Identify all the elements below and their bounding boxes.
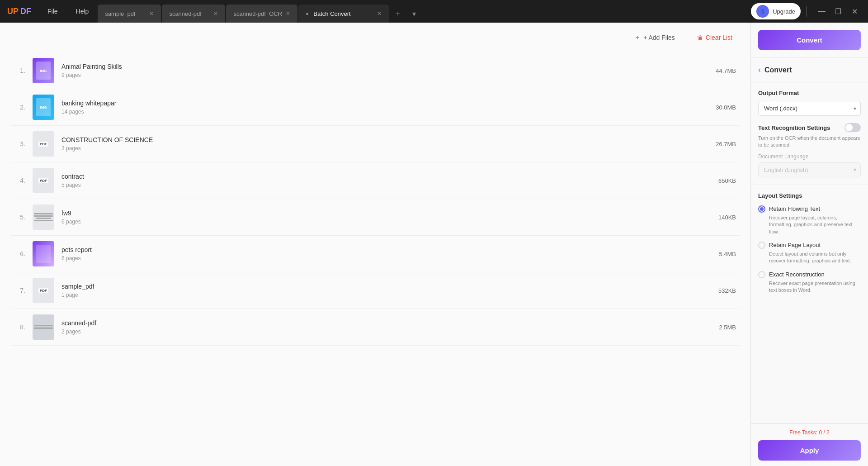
radio-desc-retain-page: Detect layout and columns but only recov… — [758, 251, 861, 265]
radio-row: Retain Page Layout — [758, 242, 861, 249]
file-name: pets report — [61, 246, 712, 253]
radio-desc-exact: Recover exact page presentation using te… — [758, 280, 861, 294]
logo-up: UP — [7, 7, 19, 16]
avatar: 👤 — [756, 5, 769, 18]
maximize-button[interactable]: ❐ — [832, 5, 844, 18]
file-thumbnail: PDF — [33, 278, 54, 303]
file-number: 5. — [14, 214, 25, 221]
file-thumbnail — [33, 314, 54, 340]
format-select-wrapper: Word (.docx)Excel (.xlsx)PowerPoint (.pp… — [758, 101, 861, 116]
list-item: 8. scanned-pdf 2 pages 2.5MB — [11, 309, 740, 346]
file-info: CONSTRUCTION OF SCIENCE 3 pages — [61, 136, 708, 152]
format-select[interactable]: Word (.docx)Excel (.xlsx)PowerPoint (.pp… — [758, 101, 861, 116]
ocr-header: Text Recognition Settings — [758, 123, 861, 132]
tab-close-scanned-pdf[interactable]: ✕ — [213, 10, 218, 17]
file-info: Animal Painting Skills 9 pages — [61, 63, 708, 78]
upgrade-button[interactable]: 👤 Upgrade — [751, 3, 801, 19]
language-label: Document Language — [758, 153, 861, 160]
toggle-knob — [845, 124, 853, 131]
tab-label: scanned-pdf_OCR — [233, 10, 282, 17]
file-thumbnail — [33, 204, 54, 230]
radio-retain-flowing[interactable] — [758, 205, 765, 213]
apply-button[interactable]: Apply — [758, 440, 861, 461]
file-number: 4. — [14, 177, 25, 184]
titlebar-actions: 👤 Upgrade — ❐ ✕ — [751, 3, 868, 19]
tab-batch-convert[interactable]: ● Batch Convert ✕ — [298, 5, 389, 23]
file-info: sample_pdf 1 page — [61, 283, 711, 298]
add-files-label: + Add Files — [643, 34, 675, 41]
tab-close-batch-convert[interactable]: ✕ — [377, 10, 382, 17]
language-select-wrapper: English (English) — [758, 162, 861, 177]
radio-row: Retain Flowing Text — [758, 205, 861, 213]
back-button[interactable]: ‹ — [758, 65, 761, 75]
radio-desc-retain-flowing: Recover page layout, columns, formatting… — [758, 214, 861, 235]
file-size: 30.0MB — [716, 104, 736, 111]
file-number: 6. — [14, 250, 25, 257]
radio-option-retain-page: Retain Page Layout Detect layout and col… — [758, 242, 861, 265]
file-size: 140KB — [718, 214, 736, 221]
layout-settings-section: Layout Settings Retain Flowing Text Reco… — [751, 185, 868, 423]
file-name: banking whitepapar — [61, 100, 708, 107]
menu-help[interactable]: Help — [67, 0, 98, 23]
toolbar: ＋ + Add Files 🗑 Clear List — [0, 23, 750, 52]
tab-sample-pdf[interactable]: sample_pdf ✕ — [98, 5, 161, 23]
logo-df: DF — [20, 7, 31, 16]
tab-label: scanned-pdf — [169, 10, 202, 17]
window-controls: — ❐ ✕ — [812, 5, 861, 18]
convert-button[interactable]: Convert — [758, 30, 861, 50]
file-number: 3. — [14, 140, 25, 147]
right-panel: Convert ‹ Convert Output Format Word (.d… — [750, 23, 868, 466]
tab-close-sample-pdf[interactable]: ✕ — [149, 10, 154, 17]
file-list-area: ＋ + Add Files 🗑 Clear List 1. IMG Animal… — [0, 23, 750, 466]
app-logo: UPDF — [0, 7, 38, 16]
clear-list-label: Clear List — [706, 34, 732, 41]
list-item: 7. PDF sample_pdf 1 page 532KB — [11, 272, 740, 309]
file-pages: 6 pages — [61, 219, 711, 225]
file-size: 26.7MB — [716, 141, 736, 147]
menu-file[interactable]: File — [38, 0, 67, 23]
output-format-label: Output Format — [758, 90, 861, 96]
file-size: 44.7MB — [716, 67, 736, 74]
file-name: sample_pdf — [61, 283, 711, 290]
clear-list-button[interactable]: 🗑 Clear List — [689, 30, 740, 45]
radio-option-retain-flowing: Retain Flowing Text Recover page layout,… — [758, 205, 861, 235]
file-name: Animal Painting Skills — [61, 63, 708, 70]
tab-scanned-pdf-ocr[interactable]: scanned-pdf_OCR ✕ — [226, 5, 297, 23]
file-size: 650KB — [718, 177, 736, 184]
radio-option-exact: Exact Reconstruction Recover exact page … — [758, 271, 861, 294]
radio-retain-page[interactable] — [758, 242, 765, 249]
radio-label-retain-page: Retain Page Layout — [769, 242, 821, 248]
file-size: 532KB — [718, 287, 736, 294]
output-format-section: Output Format Word (.docx)Excel (.xlsx)P… — [751, 82, 868, 123]
file-size: 2.5MB — [719, 324, 736, 331]
radio-exact-reconstruction[interactable] — [758, 271, 765, 278]
ocr-description: Turn on the OCR when the document appear… — [758, 135, 861, 149]
main-content: ＋ + Add Files 🗑 Clear List 1. IMG Animal… — [0, 23, 868, 466]
tab-dropdown-button[interactable]: ▾ — [406, 5, 422, 23]
list-item: 4. PDF contract 5 pages 650KB — [11, 162, 740, 199]
add-files-button[interactable]: ＋ + Add Files — [627, 30, 682, 45]
ocr-section: Text Recognition Settings Turn on the OC… — [751, 123, 868, 185]
file-list: 1. IMG Animal Painting Skills 9 pages 44… — [0, 52, 750, 466]
close-button[interactable]: ✕ — [848, 5, 861, 18]
trash-icon: 🗑 — [697, 34, 703, 41]
list-item: 6. pets report 6 pages 5.4MB — [11, 236, 740, 272]
tab-close-scanned-pdf-ocr[interactable]: ✕ — [286, 10, 290, 17]
panel-footer: Free Tasks: 0 / 2 Apply — [751, 423, 868, 466]
minimize-button[interactable]: — — [816, 5, 828, 18]
radio-row: Exact Reconstruction — [758, 271, 861, 278]
add-files-icon: ＋ — [634, 33, 641, 42]
pdf-label: PDF — [38, 142, 48, 147]
file-info: pets report 6 pages — [61, 246, 712, 262]
tab-scanned-pdf[interactable]: scanned-pdf ✕ — [162, 5, 225, 23]
list-item: 2. IMG banking whitepapar 14 pages 30.0M… — [11, 89, 740, 126]
layout-title: Layout Settings — [758, 192, 861, 199]
file-pages: 14 pages — [61, 109, 708, 115]
pdf-label: PDF — [38, 178, 48, 183]
ocr-toggle[interactable] — [844, 123, 861, 132]
file-name: contract — [61, 173, 711, 180]
tab-add-button[interactable]: ＋ — [390, 5, 406, 23]
radio-label-exact: Exact Reconstruction — [769, 271, 825, 278]
language-select: English (English) — [758, 162, 861, 177]
panel-title: Convert — [764, 66, 792, 74]
